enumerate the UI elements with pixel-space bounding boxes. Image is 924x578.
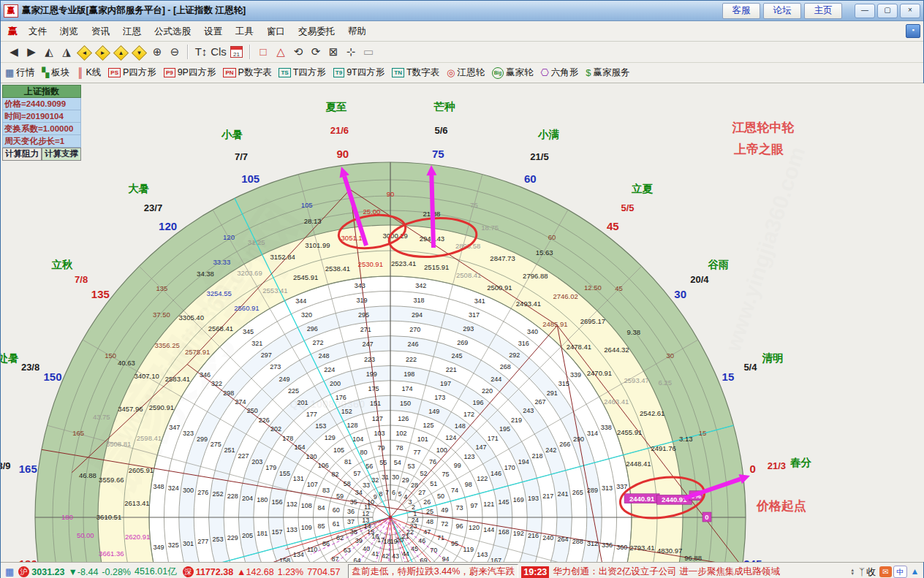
close-button[interactable]: × (900, 4, 920, 18)
toolbar-item-T四方形[interactable]: TST四方形 (279, 66, 325, 79)
toolbar-item-label: P四方形 (123, 66, 156, 79)
toolbar-item-P四方形[interactable]: PSP四方形 (108, 66, 156, 79)
peak-left-icon[interactable]: ◭ (40, 42, 58, 61)
calc-resistance-button[interactable]: 计算阻力 (2, 148, 42, 161)
menu-item[interactable]: 江恩 (116, 24, 148, 39)
toolbar-item-K线[interactable]: ║K线 (77, 64, 101, 82)
triangle-tool-icon[interactable]: △ (272, 42, 289, 61)
svg-text:197: 197 (440, 380, 451, 387)
quote-grid-icon[interactable]: ▦ (5, 566, 14, 577)
antenna-icon: ᛉ (859, 566, 865, 577)
svg-text:45: 45 (607, 220, 619, 232)
svg-text:120: 120 (223, 233, 235, 241)
svg-text:134: 134 (293, 551, 304, 558)
svg-text:105: 105 (241, 172, 260, 185)
homepage-button[interactable]: 主页 (804, 3, 842, 19)
svg-text:30: 30 (674, 288, 686, 300)
svg-text:106: 106 (318, 462, 329, 469)
svg-text:177: 177 (306, 411, 317, 418)
svg-text:265: 265 (572, 489, 583, 496)
svg-text:74: 74 (451, 487, 458, 494)
diamond-left-icon[interactable]: ◄ (77, 45, 92, 60)
menu-item[interactable]: 帮助 (341, 24, 373, 39)
svg-text:180: 180 (257, 496, 268, 503)
forum-button[interactable]: 论坛 (763, 3, 801, 19)
toolbar-item-板块[interactable]: ▚板块 (42, 64, 69, 82)
board-icon[interactable]: ▭ (360, 42, 377, 61)
minimize-button[interactable]: — (855, 4, 875, 18)
svg-text:301: 301 (183, 540, 194, 547)
sh-index-value: 3031.23 (31, 567, 64, 577)
svg-text:179: 179 (265, 464, 276, 471)
toolbar-item-9T四方形[interactable]: T99T四方形 (333, 66, 385, 79)
menu-item[interactable]: 设置 (197, 24, 229, 39)
overlay-pointer-icon[interactable]: ▲ (909, 566, 921, 577)
xbox-icon[interactable]: ⊠ (325, 42, 342, 61)
diamond-right-icon[interactable]: ► (95, 45, 110, 60)
menu-item[interactable]: 浏览 (53, 24, 85, 39)
svg-text:148: 148 (455, 422, 466, 430)
svg-text:180: 180 (61, 513, 73, 521)
svg-text:336: 336 (602, 541, 613, 549)
news-ticker-1[interactable]: 盘前走低，特斯拉跌3.44%，蔚来汽车跌 (348, 564, 518, 578)
menu-item[interactable]: 文件 (22, 24, 53, 39)
overlay-orange-icon[interactable]: ✉ (879, 566, 892, 577)
rotate-cw-icon[interactable]: ⟳ (307, 42, 325, 61)
menu-item[interactable]: 交易委托 (292, 24, 341, 39)
toolbar-item-赢家轮[interactable]: Big赢家轮 (492, 66, 534, 79)
t-updown-icon[interactable]: T↕ (192, 42, 210, 61)
zoom-in-icon[interactable]: ⊕ (148, 42, 166, 61)
rotate-ccw-icon[interactable]: ⟲ (289, 42, 307, 61)
svg-text:220: 220 (482, 387, 493, 395)
mdi-restore-icon[interactable]: ▪ (906, 24, 920, 38)
prev-arrow-icon[interactable]: ◀ (5, 42, 23, 61)
toolbar-item-P数字表[interactable]: PNP数字表 (223, 66, 271, 79)
svg-text:40.63: 40.63 (118, 359, 135, 367)
svg-text:126: 126 (398, 415, 409, 422)
shrink-icon[interactable]: ⊹ (342, 42, 360, 61)
peak-right-icon[interactable]: ◮ (58, 42, 75, 61)
svg-text:94: 94 (442, 555, 450, 562)
svg-text:24: 24 (412, 517, 419, 524)
diamond-down-icon[interactable]: ▼ (132, 45, 147, 60)
svg-text:98: 98 (465, 481, 472, 488)
calendar-icon[interactable]: 21 (230, 46, 243, 58)
svg-text:23/8: 23/8 (21, 362, 39, 373)
toolbar-item-T数字表[interactable]: TNT数字表 (392, 66, 439, 79)
menu-item[interactable]: 工具 (229, 24, 260, 39)
menu-item[interactable]: 窗口 (260, 24, 292, 39)
svg-text:31.25: 31.25 (248, 238, 265, 246)
gann-wheel-chart[interactable]: 1234567891011121314151617181920212223242… (1, 83, 924, 562)
svg-text:3356.25: 3356.25 (154, 341, 179, 349)
svg-text:2695.17: 2695.17 (580, 317, 605, 325)
menu-item[interactable]: 公式选股 (148, 24, 197, 39)
svg-text:178: 178 (282, 435, 293, 442)
calc-support-button[interactable]: 计算支撑 (42, 148, 81, 161)
rect-tool-icon[interactable]: □ (254, 42, 272, 61)
scroll-spinner[interactable]: ▲▼ (850, 569, 855, 576)
overlay-cn-icon[interactable]: 中 (893, 566, 907, 578)
svg-text:3457.96: 3457.96 (118, 405, 143, 413)
menu-item[interactable]: 资讯 (85, 24, 116, 39)
svg-text:170: 170 (504, 464, 515, 471)
next-arrow-icon[interactable]: ▶ (23, 42, 40, 61)
news-ticker-2[interactable]: 华力创通：出资2亿设立子公司 进一步聚焦集成电路领域 (553, 566, 779, 578)
toolbar-item-赢家服务[interactable]: $赢家服务 (586, 64, 629, 82)
toolbar-item-9P四方形[interactable]: P99P四方形 (164, 66, 216, 79)
title-bar: 赢 赢家江恩专业版[赢家内部服务平台] - [上证指数 江恩轮] 客服 论坛 主… (1, 1, 923, 21)
toolbar-item-江恩轮[interactable]: ◎江恩轮 (447, 64, 485, 82)
restore-button[interactable]: ▢ (877, 4, 898, 18)
svg-text:345: 345 (243, 328, 254, 335)
diamond-up-icon[interactable]: ▲ (113, 45, 129, 60)
svg-text:41: 41 (371, 550, 379, 558)
chart-area[interactable]: 赢家财富网www.yingjia360.comwww.yingjia360.co… (1, 83, 924, 562)
zoom-out-icon[interactable]: ⊖ (166, 42, 183, 61)
svg-text:35: 35 (350, 498, 357, 506)
cls-button[interactable]: Cls (210, 42, 227, 61)
toolbar-item-行情[interactable]: ▦行情 (5, 64, 34, 82)
svg-text:20/4: 20/4 (690, 274, 709, 285)
service-button[interactable]: 客服 (722, 3, 760, 19)
svg-text:36: 36 (347, 508, 355, 515)
toolbar-item-六角形[interactable]: ⎔六角形 (540, 64, 578, 82)
svg-text:87: 87 (331, 555, 338, 562)
